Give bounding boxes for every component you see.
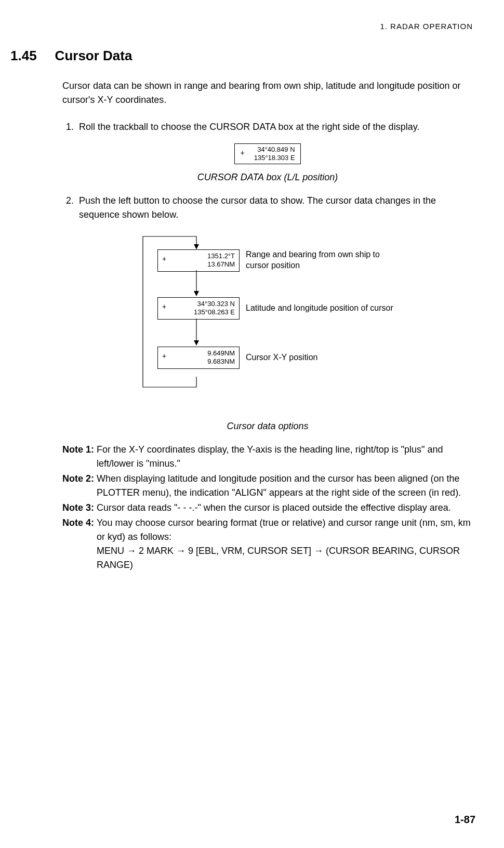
intro-paragraph: Cursor data can be shown in range and be… [62, 79, 473, 107]
figure-2-caption: Cursor data options [62, 419, 473, 433]
latlon-desc: Latitude and longitude position of curso… [246, 303, 393, 314]
diagram-row-2: + 34°30.323 N 135°08.263 E Latitude and … [157, 297, 393, 320]
x-value: 9.649NM [207, 349, 235, 357]
step-1-number: 1. [62, 120, 74, 134]
figure-1-caption: CURSOR DATA box (L/L position) [62, 170, 473, 184]
note-2: Note 2: When displaying latitude and lon… [62, 472, 473, 500]
range-value: 13.67NM [207, 260, 235, 268]
note-4-text-b: MENU → 2 MARK → 9 [EBL, VRM, CURSOR SET]… [97, 546, 460, 570]
y-value: 9.683NM [207, 357, 235, 365]
cursor-options-diagram: + 1351.2°T 13.67NM Range and bearing fro… [132, 231, 403, 413]
lon-value: 135°08.263 E [194, 308, 235, 316]
step-2: 2. Push the left button to choose the cu… [62, 194, 473, 222]
section-title-row: 1.45 Cursor Data [10, 46, 473, 66]
note-4-label: Note 4: [62, 516, 97, 572]
diagram-row-3: + 9.649NM 9.683NM Cursor X-Y position [157, 347, 317, 369]
plus-icon: + [240, 145, 244, 158]
range-bearing-box: + 1351.2°T 13.67NM [157, 249, 240, 272]
range-bearing-desc: Range and bearing from own ship to curso… [246, 249, 403, 271]
note-2-text: When displaying latitude and longitude p… [97, 472, 473, 500]
cursor-lat: 34°40.849 N [257, 145, 295, 153]
chapter-header: 1. RADAR OPERATION [10, 21, 473, 33]
note-1-text: For the X-Y coordinates display, the Y-a… [97, 443, 473, 471]
xy-box: + 9.649NM 9.683NM [157, 347, 240, 369]
step-1: 1. Roll the trackball to choose the CURS… [62, 120, 473, 134]
bearing-value: 1351.2°T [207, 252, 235, 260]
xy-desc: Cursor X-Y position [246, 352, 317, 363]
svg-marker-2 [194, 291, 199, 296]
note-4: Note 4: You may choose cursor bearing fo… [62, 516, 473, 572]
cursor-data-box: + 34°40.849 N 135°18.303 E [234, 143, 300, 165]
latlon-box: + 34°30.323 N 135°08.263 E [157, 297, 240, 320]
section-heading: Cursor Data [55, 46, 132, 66]
step-2-text: Push the left button to choose the curso… [79, 194, 473, 222]
plus-icon: + [162, 300, 166, 317]
notes-section: Note 1: For the X-Y coordinates display,… [62, 443, 473, 572]
plus-icon: + [162, 349, 166, 366]
lat-value: 34°30.323 N [197, 300, 235, 308]
note-3: Note 3: Cursor data reads "- - -.-" when… [62, 501, 473, 515]
note-3-label: Note 3: [62, 501, 97, 515]
plus-icon: + [162, 252, 166, 269]
note-1-label: Note 1: [62, 443, 97, 471]
cursor-lon: 135°18.303 E [254, 154, 295, 162]
section-number: 1.45 [10, 46, 37, 66]
step-1-text: Roll the trackball to choose the CURSOR … [79, 120, 419, 134]
note-1: Note 1: For the X-Y coordinates display,… [62, 443, 473, 471]
note-4-text-a: You may choose cursor bearing format (tr… [97, 518, 471, 542]
svg-marker-0 [194, 244, 199, 249]
step-2-number: 2. [62, 194, 74, 222]
svg-marker-4 [194, 340, 199, 346]
diagram-row-1: + 1351.2°T 13.67NM Range and bearing fro… [157, 249, 403, 272]
cursor-data-box-figure: + 34°40.849 N 135°18.303 E [62, 143, 473, 165]
note-3-text: Cursor data reads "- - -.-" when the cur… [97, 501, 451, 515]
note-2-label: Note 2: [62, 472, 97, 500]
